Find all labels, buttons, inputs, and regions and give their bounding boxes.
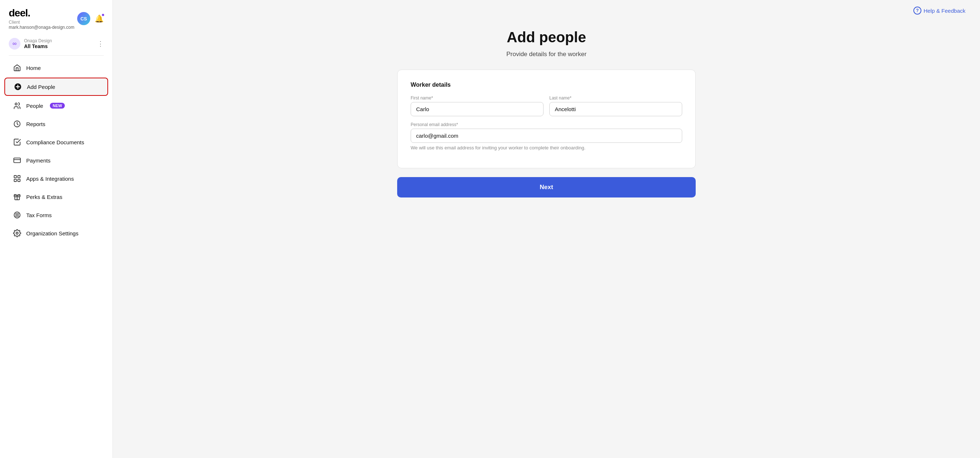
email-hint: We will use this email address for invit…: [410, 145, 682, 150]
first-name-input[interactable]: [410, 102, 544, 116]
compliance-icon: [13, 138, 21, 146]
org-row: ∞ Onaga Design All Teams ⋮: [0, 34, 113, 55]
email-input[interactable]: [410, 129, 682, 143]
sidebar-item-label-apps: Apps & Integrations: [26, 176, 74, 182]
sidebar-item-tax-forms[interactable]: Tax Forms: [4, 207, 108, 223]
sidebar-item-org-settings[interactable]: Organization Settings: [4, 225, 108, 242]
top-bar: ? Help & Feedback: [113, 0, 980, 14]
tax-forms-icon: [13, 211, 21, 219]
sidebar-item-label-home: Home: [26, 65, 41, 71]
home-icon: [13, 64, 21, 72]
people-icon: [13, 102, 21, 110]
sidebar-item-compliance[interactable]: Compliance Documents: [4, 134, 108, 150]
svg-point-3: [15, 103, 18, 105]
notification-dot: [102, 13, 105, 16]
content-area: Add people Provide details for the worke…: [113, 14, 980, 458]
sidebar-item-label-add-people: Add People: [27, 84, 55, 90]
last-name-label: Last name*: [549, 96, 682, 101]
sidebar-item-reports[interactable]: Reports: [4, 115, 108, 132]
org-icon: ∞: [9, 38, 21, 49]
avatar[interactable]: CS: [77, 12, 90, 25]
sidebar-item-payments[interactable]: Payments: [4, 152, 108, 169]
bell-icon[interactable]: 🔔: [95, 14, 104, 23]
svg-rect-8: [18, 176, 20, 178]
sidebar-item-people[interactable]: People NEW: [4, 97, 108, 114]
sidebar-item-perks[interactable]: Perks & Extras: [4, 188, 108, 205]
apps-icon: [13, 174, 21, 182]
sidebar-item-label-org-settings: Organization Settings: [26, 230, 78, 236]
user-type: Client: [9, 20, 74, 25]
last-name-group: Last name*: [549, 96, 682, 116]
sidebar-item-add-people[interactable]: Add People: [4, 78, 108, 96]
sidebar-item-label-people: People: [26, 103, 43, 109]
email-label: Personal email address*: [410, 122, 682, 127]
help-icon: ?: [913, 6, 921, 14]
page-subtitle: Provide details for the worker: [506, 51, 587, 58]
org-team: All Teams: [24, 43, 52, 49]
sidebar-item-apps[interactable]: Apps & Integrations: [4, 170, 108, 187]
logo-area: deel. Client mark.hanson@onaga-design.co…: [9, 7, 74, 30]
org-info: ∞ Onaga Design All Teams: [9, 38, 52, 49]
first-name-label: First name*: [410, 96, 544, 101]
card-section-title: Worker details: [410, 81, 682, 88]
user-email: mark.hanson@onaga-design.com: [9, 25, 74, 30]
sidebar-divider: [9, 55, 104, 56]
svg-rect-9: [14, 179, 16, 182]
first-name-group: First name*: [410, 96, 544, 116]
org-name: Onaga Design: [24, 38, 52, 43]
svg-rect-5: [14, 158, 21, 163]
org-details: Onaga Design All Teams: [24, 38, 52, 49]
next-button[interactable]: Next: [397, 177, 696, 198]
email-group: Personal email address* We will use this…: [410, 122, 682, 150]
org-settings-icon: [13, 229, 21, 237]
header-icons: CS 🔔: [77, 12, 104, 25]
worker-details-card: Worker details First name* Last name* Pe…: [397, 70, 696, 168]
sidebar-header: deel. Client mark.hanson@onaga-design.co…: [0, 0, 113, 34]
help-feedback-button[interactable]: ? Help & Feedback: [913, 6, 966, 14]
sidebar-item-home[interactable]: Home: [4, 59, 108, 76]
page-title: Add people: [507, 29, 586, 46]
svg-rect-10: [18, 179, 20, 182]
sidebar-item-label-tax-forms: Tax Forms: [26, 212, 52, 218]
reports-icon: [13, 120, 21, 128]
logo: deel.: [9, 7, 74, 19]
sidebar-item-label-perks: Perks & Extras: [26, 194, 62, 200]
help-feedback-label: Help & Feedback: [924, 8, 966, 14]
new-badge: NEW: [50, 103, 65, 109]
sidebar-item-label-payments: Payments: [26, 157, 51, 164]
last-name-input[interactable]: [549, 102, 682, 116]
org-menu-button[interactable]: ⋮: [97, 40, 104, 48]
sidebar-item-label-reports: Reports: [26, 121, 46, 127]
sidebar: deel. Client mark.hanson@onaga-design.co…: [0, 0, 113, 458]
name-row: First name* Last name*: [410, 96, 682, 116]
svg-rect-7: [14, 176, 16, 178]
sidebar-item-label-compliance: Compliance Documents: [26, 139, 84, 145]
svg-point-15: [16, 232, 18, 234]
add-people-icon: [14, 83, 22, 91]
perks-icon: [13, 193, 21, 201]
main-content: ? Help & Feedback Add people Provide det…: [113, 0, 980, 458]
email-row: Personal email address* We will use this…: [410, 122, 682, 150]
payments-icon: [13, 156, 21, 164]
